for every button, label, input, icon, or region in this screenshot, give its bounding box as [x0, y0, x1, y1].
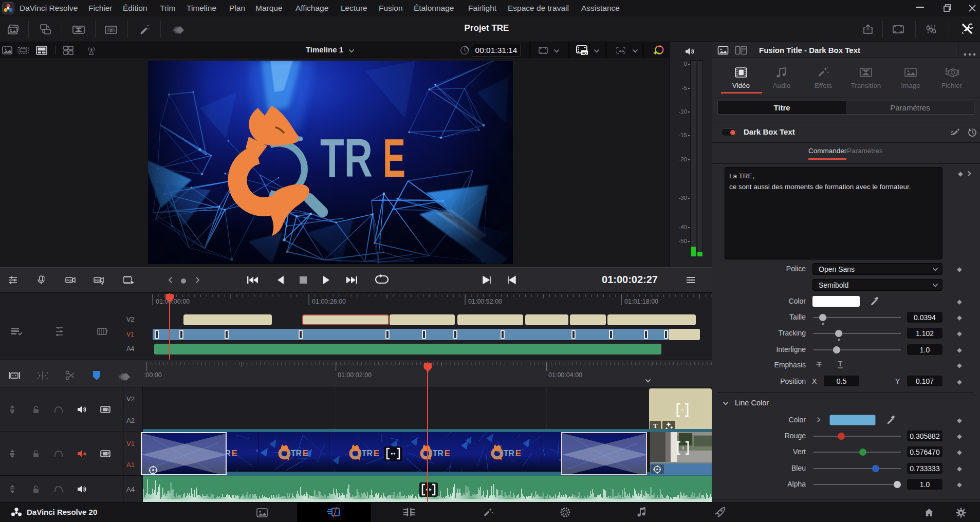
svg-text:TR: TR — [504, 449, 514, 458]
svg-text:TR: TR — [320, 128, 373, 188]
svg-text:T: T — [838, 360, 843, 368]
svg-text:HQ: HQ — [582, 51, 587, 55]
svg-text:TR: TR — [291, 449, 302, 458]
svg-text:TR: TR — [433, 449, 443, 458]
svg-text:T: T — [109, 27, 113, 33]
svg-text:E: E — [383, 128, 405, 188]
svg-text:POI: POI — [66, 279, 72, 282]
svg-text:E: E — [374, 449, 379, 458]
svg-text:TR: TR — [362, 449, 373, 458]
svg-text:E: E — [303, 449, 308, 458]
svg-text:E: E — [515, 449, 521, 458]
svg-text:POI: POI — [95, 279, 100, 282]
svg-text:E: E — [445, 449, 450, 458]
svg-text:E: E — [232, 449, 237, 458]
